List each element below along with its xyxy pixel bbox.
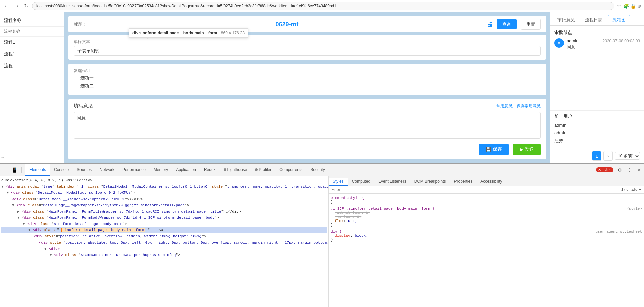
back-button[interactable]: ← <box>3 2 11 10</box>
checkbox-group-label: 复选框组 <box>74 68 541 74</box>
styles-filter-bar: :hov .cls + <box>329 186 644 194</box>
dt-tab-memory[interactable]: Memory <box>150 164 172 176</box>
opinion-title: 填写意见： <box>74 103 97 109</box>
browser-top-bar: ← → ↻ ☆ 🧩 🔒 ⊕ <box>0 0 644 12</box>
send-label: 发送 <box>525 146 534 152</box>
single-text-input[interactable] <box>74 46 541 56</box>
devtools-device-btn[interactable]: 📱 <box>10 167 19 173</box>
page-size-select[interactable]: 10 条/页 20 条/页 <box>615 152 640 160</box>
print-icon[interactable]: 🖨 <box>487 21 493 28</box>
styles-tab-event-listeners[interactable]: Event Listeners <box>374 178 410 186</box>
opinion-links: 常用意见 保存常用意见 <box>496 103 541 109</box>
prev-user-2: admin <box>554 129 640 137</box>
devtools-close-btn[interactable]: ✕ <box>636 167 643 173</box>
dom-line-8-selected[interactable]: ▼ <div class=" sinoform-detail-page__bod… <box>1 227 327 233</box>
page-next-btn[interactable]: › <box>603 151 613 161</box>
styles-tab-dom-breakpoints[interactable]: DOM Breakpoints <box>410 178 450 186</box>
css-display-block: display: block; <box>335 234 642 238</box>
dt-tab-sources[interactable]: Sources <box>73 164 96 176</box>
prev-user-label: 前一用户 <box>554 113 640 119</box>
page-btn-1[interactable]: 1 <box>592 151 601 161</box>
send-icon: ▶ <box>520 147 523 152</box>
dt-tab-console[interactable]: Console <box>50 164 73 176</box>
div-source: user agent stylesheet <box>595 230 642 234</box>
lighthouse-dot <box>224 168 226 171</box>
dom-line-10[interactable]: <div style="position: absolute; top: 0px… <box>1 239 327 246</box>
display-prop: display <box>335 234 350 238</box>
tooltip-size: 869 × 176.33 <box>221 31 245 35</box>
dom-line-6[interactable]: ▼ <div class="MainFormPanel__FormBodyWra… <box>1 215 327 221</box>
css-rule-sinoform: .ifSCF .sinoform-detail-page__body-main_… <box>331 207 642 227</box>
checkbox-box-1[interactable] <box>74 76 78 80</box>
devtools-select-btn[interactable]: ⬚ <box>1 167 8 173</box>
form-card-checkbox: 复选框组 选项一 选项二 <box>68 64 546 95</box>
dt-tab-right: ✕ 1 ⚠ 5 ⚙ ⋮ ✕ <box>596 167 643 173</box>
dom-line-4[interactable]: ▼ <div class="DetailPage__PageWrapper-sc… <box>1 202 327 209</box>
styles-tab-computed[interactable]: Computed <box>348 178 374 186</box>
sinoform-selector: .ifSCF .sinoform-detail-page__body-main_… <box>331 207 435 211</box>
refresh-button[interactable]: ↻ <box>23 2 30 10</box>
css-rule-div: div { user agent stylesheet display: blo… <box>331 230 642 242</box>
styles-filter-input[interactable] <box>331 187 621 192</box>
save-button[interactable]: 💾 保存 <box>479 144 509 155</box>
styles-tab-accessibility[interactable]: Accessibility <box>476 178 506 186</box>
dom-tree[interactable]: … cubic-bezier(0.4, 0, 0.2, 1) 0ms;"></d… <box>0 176 329 307</box>
checkbox-option-2[interactable]: 选项二 <box>74 83 541 89</box>
tab-approval-opinion[interactable]: 审批意见 <box>553 15 579 25</box>
dt-tab-network[interactable]: Network <box>96 164 118 176</box>
query-button[interactable]: 查询 <box>497 19 517 29</box>
styles-tab-properties[interactable]: Properties <box>450 178 476 186</box>
checkbox-label-1: 选项一 <box>80 75 94 81</box>
forward-button[interactable]: → <box>13 2 21 10</box>
bookmark-button[interactable]: ☆ <box>616 3 621 9</box>
workflow-header: 流程名称 <box>0 15 64 27</box>
dom-line-9[interactable]: <div style="position: relative; overflow… <box>1 233 327 240</box>
tab-workflow-diagram[interactable]: 流程图 <box>608 15 630 25</box>
opinion-textarea[interactable]: 同意 <box>74 112 541 139</box>
checkbox-option-1[interactable]: 选项一 <box>74 75 541 81</box>
url-bar[interactable] <box>32 2 614 10</box>
form-area: 标题： 0629-mt 🖨 查询 重置 div.sinoform-detail-… <box>64 12 550 163</box>
dom-line-11[interactable]: ▼ <div> <box>1 246 327 252</box>
approval-result: 同意 <box>567 44 640 50</box>
styles-tab-styles[interactable]: Styles <box>329 178 348 186</box>
sinoform-source: <style> <box>627 207 642 211</box>
dt-tab-application[interactable]: Application <box>172 164 200 176</box>
checkbox-box-2[interactable] <box>74 84 78 88</box>
devtools-icons: ⬚ 📱 <box>1 167 22 173</box>
workflow-row-3[interactable]: 流程 <box>0 60 64 72</box>
dom-line-2[interactable]: ▼ <div class="DetailModal__ModalBody-sc-… <box>1 190 327 196</box>
dom-line-7[interactable]: ▼ <div class="sinoform-detail-page__body… <box>1 221 327 227</box>
dt-tab-elements[interactable]: Elements <box>25 164 50 176</box>
warn-count: 5 <box>609 168 611 172</box>
dt-tab-lighthouse[interactable]: Lighthouse <box>220 164 251 176</box>
dt-tab-redux[interactable]: Redux <box>200 164 220 176</box>
approval-item-1: a admin 2020-07-08 09:03:03 同意 <box>554 38 640 50</box>
devtools-more-btn[interactable]: ⋮ <box>626 167 633 173</box>
save-common-link[interactable]: 保存常用意见 <box>517 103 541 109</box>
flex-value: ▶ 1; <box>348 219 357 223</box>
dom-line-1[interactable]: ▼ <div aria-modal="true" tabindex="-1" c… <box>1 184 327 190</box>
tab-workflow-log[interactable]: 流程日志 <box>581 15 607 25</box>
workflow-row-1[interactable]: 流程1 <box>0 37 64 48</box>
styles-panel: Styles Computed Event Listeners DOM Brea… <box>329 176 644 307</box>
dt-tab-components[interactable]: Components <box>275 164 306 176</box>
dt-divider <box>21 167 22 173</box>
dt-tab-performance[interactable]: Performance <box>118 164 150 176</box>
dt-tab-security[interactable]: Security <box>306 164 329 176</box>
reset-button[interactable]: 重置 <box>521 19 541 30</box>
dt-tab-profiler[interactable]: Profiler <box>251 164 275 176</box>
devtools-panel: ⬚ 📱 Elements Console Sources Network Per… <box>0 163 644 307</box>
devtools-settings-btn[interactable]: ⚙ <box>616 167 623 173</box>
css-rule-element-style: element.style { } <box>331 196 642 204</box>
workflow-row-2[interactable]: 流程1 <box>0 48 64 60</box>
dom-line-5[interactable]: ▶ <div class="MainFormPanel__FormTitleWr… <box>1 209 327 215</box>
workflow-sidebar: 流程名称 流程名称 流程1 流程1 流程 <box>0 12 64 163</box>
common-opinion-link[interactable]: 常用意见 <box>496 103 513 109</box>
dom-line-12[interactable]: ▼ <div class="StampContainer__DropWrappe… <box>1 252 327 258</box>
save-icon: 💾 <box>486 147 491 152</box>
styles-filter-pseudo[interactable]: :hov .cls + <box>621 187 641 192</box>
css-flex: flex: ▶ 1; <box>335 219 642 223</box>
send-button[interactable]: ▶ 发送 <box>513 144 541 155</box>
dom-line-3[interactable]: <div class="DetailModal__Asider-sc-1opfc… <box>1 196 327 203</box>
